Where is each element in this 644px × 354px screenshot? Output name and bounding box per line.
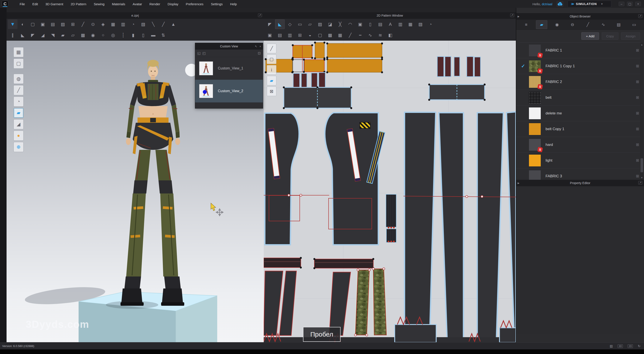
tab-puckering-icon[interactable]: ∿ xyxy=(598,20,609,29)
fabric-roll-tool-icon[interactable]: ▮ xyxy=(128,30,138,40)
fabric-thumbnail[interactable]: S xyxy=(529,92,541,104)
cut-and-sew-tool-icon[interactable]: ◠ xyxy=(345,20,355,29)
scroll-down-icon[interactable]: ▼ xyxy=(640,176,644,179)
fabric-row-fabric-1[interactable]: ✓ S FABRIC 1 ⊞ xyxy=(516,43,644,58)
print-layout-tool-icon[interactable]: ▦ xyxy=(406,20,415,29)
split-view-icon[interactable]: ▥ xyxy=(610,344,613,348)
fabric-thumbnail[interactable]: S xyxy=(529,170,541,180)
texture-tool-icon[interactable]: ▧ xyxy=(416,20,425,29)
transform-pattern-tool-icon[interactable]: ◤ xyxy=(265,20,275,29)
fabric-thumbnail[interactable]: S xyxy=(529,107,541,119)
pattern-information-icon[interactable]: i xyxy=(267,65,276,75)
show-pattern-icon[interactable]: ▢ xyxy=(267,54,276,64)
fabric-row-belt[interactable]: ✓ S belt ⊞ xyxy=(516,90,644,106)
iron-tool-icon[interactable]: ◒ xyxy=(305,30,315,40)
popout-icon[interactable]: ↗ xyxy=(638,15,642,18)
avatar-pattern-tool-icon[interactable]: ◔ xyxy=(426,20,435,29)
thickness-view-icon[interactable]: ◢ xyxy=(14,119,24,129)
patch-tool-icon[interactable]: ◧ xyxy=(386,30,395,40)
custom-view-item-2[interactable]: Custom_View_2 xyxy=(195,80,263,102)
cloud-sync-icon[interactable]: C xyxy=(556,1,564,7)
clone-pattern-tool-icon[interactable]: ▣ xyxy=(356,20,365,29)
restore-button[interactable]: ▢ xyxy=(627,2,633,6)
menu-materials[interactable]: Materials xyxy=(112,2,125,6)
free-sewing-tool-icon[interactable]: ▤ xyxy=(275,30,285,40)
minimize-button[interactable]: – xyxy=(619,2,624,6)
shirring-tool-icon[interactable]: ∿ xyxy=(366,30,375,40)
open-folder-icon[interactable]: ◱ xyxy=(197,51,200,55)
edit-curvature-tool-icon[interactable]: ◇ xyxy=(285,20,295,29)
tab-button-icon[interactable]: ◉ xyxy=(552,20,563,29)
view-2d-toggle[interactable]: 2D xyxy=(628,344,633,348)
measure-edit-tool-icon[interactable]: ╱ xyxy=(158,20,168,29)
popout-icon[interactable]: ↗ xyxy=(510,14,514,17)
fabric-thumbnail[interactable]: S xyxy=(529,123,541,135)
quilt-tool-icon[interactable]: ▩ xyxy=(78,30,88,40)
expand-arrow-icon[interactable]: ▶ xyxy=(518,15,519,18)
environment-globe-icon[interactable]: ⊕ xyxy=(14,142,24,152)
fold-arrangement-tool-icon[interactable]: ◈ xyxy=(98,20,108,29)
sewing-machine-tool-icon[interactable]: ⊞ xyxy=(68,20,78,29)
show-pins-icon[interactable]: ╱ xyxy=(14,85,24,95)
zipper-tool-icon[interactable]: ┆ xyxy=(118,30,128,40)
seam-allowance-tool-icon[interactable]: ▯ xyxy=(366,20,375,29)
tab-layers-icon[interactable]: ▤ xyxy=(613,20,624,29)
window-3d-titlebar[interactable]: e.zprj ↗ xyxy=(6,12,264,19)
menu-render[interactable]: Render xyxy=(150,2,160,6)
shirt-check-tool-icon[interactable]: ▢ xyxy=(315,30,325,40)
segment-sewing-tool-icon[interactable]: ▣ xyxy=(265,30,275,40)
arrange-bottom-tool-icon[interactable]: ▥ xyxy=(118,20,128,29)
gizmo-tool-icon[interactable]: ◐ xyxy=(18,20,28,29)
text-tool-icon[interactable]: A xyxy=(386,20,395,29)
fabric-thumbnail[interactable]: S xyxy=(529,45,541,56)
flatten-tool-icon[interactable]: ◢ xyxy=(38,30,48,40)
fabric-thumbnail[interactable]: S xyxy=(529,60,541,72)
close-icon[interactable]: × xyxy=(259,45,261,48)
texture-edit-tool-icon[interactable]: ▧ xyxy=(138,20,148,29)
avatar-skin-view-icon[interactable]: ● xyxy=(14,131,24,141)
polygon-tool-icon[interactable]: ▱ xyxy=(305,20,315,29)
tab-fabric-icon[interactable]: ▰ xyxy=(536,20,547,29)
button-tool-icon[interactable]: ◉ xyxy=(88,30,98,40)
fabric-row-light[interactable]: ✓ S light ⊞ xyxy=(516,153,644,168)
quilt-tool-icon[interactable]: ▩ xyxy=(325,30,335,40)
pattern-check-tool-icon[interactable]: ▦ xyxy=(335,30,345,40)
tab-topstitch-icon[interactable]: ⊖ xyxy=(567,20,578,29)
animation-mode-icon[interactable]: ∥ xyxy=(8,30,18,40)
sewing-machine-tool-icon[interactable]: ⊞ xyxy=(295,30,305,40)
rectangle-tool-icon[interactable]: ▭ xyxy=(295,20,305,29)
show-garment-icon[interactable]: ▢ xyxy=(14,59,24,69)
fabric-row-fabric-1-copy-1[interactable]: ✓ S FABRIC 1 Copy 1 ⊞ xyxy=(516,58,644,74)
fabric-thumbnail[interactable]: S xyxy=(529,155,541,166)
select-garment-tool-icon[interactable]: ◣ xyxy=(18,30,28,40)
detach-icon[interactable]: ↖ xyxy=(255,45,258,48)
fabric-thumbnail[interactable]: S xyxy=(529,76,541,88)
fabric-row-belt-copy-1[interactable]: ✓ S belt Copy 1 ⊞ xyxy=(516,121,644,137)
pattern-canvas-2d[interactable]: ╱▢i▰⊠ xyxy=(264,41,516,342)
clo-logo[interactable]: C xyxy=(2,1,8,7)
close-button[interactable]: × xyxy=(635,2,641,6)
segment-sew-tool-icon[interactable]: ▰ xyxy=(58,30,68,40)
fabric-row-delete-me[interactable]: ✓ S delete me ⊞ xyxy=(516,106,644,121)
view-3d-toggle[interactable]: 3D xyxy=(618,344,623,348)
property-editor-titlebar[interactable]: ▶ Property Editor ↗ xyxy=(516,180,644,186)
assign-button[interactable]: Assign xyxy=(621,32,640,40)
fabric-view-icon[interactable]: ▰ xyxy=(267,76,276,85)
move-pattern-tool-icon[interactable]: ▣ xyxy=(38,20,48,29)
menu-edit[interactable]: Edit xyxy=(32,2,38,6)
fabric-view-icon[interactable]: ▰ xyxy=(14,108,24,118)
window-2d-titlebar[interactable]: 2D Pattern Window ↗ xyxy=(264,12,516,19)
fabric-row-fabric-3[interactable]: ✓ S FABRIC 3 ⊞ xyxy=(516,168,644,180)
stitch-tool-icon[interactable]: ╱ xyxy=(345,30,355,40)
arrange-top-tool-icon[interactable]: ▦ xyxy=(108,20,118,29)
buttonhole-tool-icon[interactable]: ○ xyxy=(98,30,108,40)
expand-arrow-icon[interactable]: ▶ xyxy=(518,182,519,185)
rotate-sphere-tool-icon[interactable]: ⊙ xyxy=(88,20,98,29)
menu-file[interactable]: File xyxy=(20,2,25,6)
simulate-button[interactable]: ▼ xyxy=(8,20,18,29)
menu-help[interactable]: Help xyxy=(230,2,237,6)
snapshot-camera-icon[interactable]: ⊡ xyxy=(258,51,261,55)
custom-view-titlebar[interactable]: Custom View ↖ × xyxy=(195,43,263,50)
show-avatar-icon[interactable]: ◔ xyxy=(14,97,24,107)
show-fit-map-icon[interactable]: ▦ xyxy=(14,47,24,57)
